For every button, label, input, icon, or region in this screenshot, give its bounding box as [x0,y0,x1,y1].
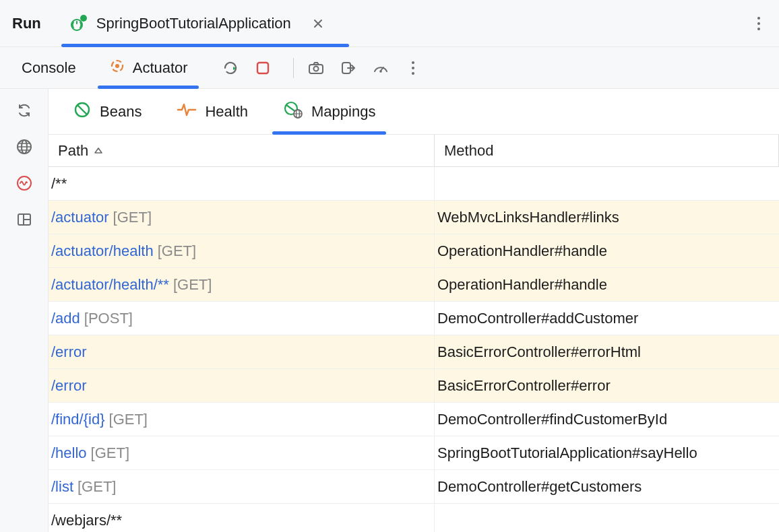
table-row[interactable]: /hello [GET]SpringBootTutorialApplicatio… [49,436,779,470]
path-link[interactable]: /actuator/health [51,242,154,260]
method-cell: SpringBootTutorialApplication#sayHello [435,436,779,469]
svg-point-2 [757,17,760,20]
table-row[interactable]: /webjars/** [49,504,779,532]
table-row[interactable]: /** [49,167,779,201]
path-cell: /find/{id} [GET] [49,403,435,436]
table-row[interactable]: /add [POST]DemoController#addCustomer [49,302,779,335]
table-row[interactable]: /errorBasicErrorController#error [49,369,779,403]
camera-icon[interactable] [307,59,325,77]
toolbar-divider [293,58,294,78]
toolbar: Console Actuator [0,47,779,89]
refresh-icon[interactable] [13,100,35,121]
body-area: Beans Health Mappings [0,89,779,532]
sidebar [0,89,49,532]
mappings-icon [283,100,303,123]
column-method[interactable]: Method [435,135,779,166]
run-config-icon [69,14,88,33]
layout-icon[interactable] [13,209,35,230]
method-cell: OperationHandler#handle [435,234,779,267]
run-config-tab[interactable]: SpringBootTutorialApplication [68,0,330,46]
svg-point-4 [757,28,760,30]
table-row[interactable]: /actuator/health/** [GET]OperationHandle… [49,268,779,302]
stop-icon[interactable] [254,59,272,77]
health-tab-label: Health [205,103,248,121]
path-link[interactable]: /list [51,478,73,496]
svg-rect-7 [257,63,268,73]
path-text: /webjars/** [51,512,122,529]
beans-tab-label: Beans [100,103,142,121]
content-area: Beans Health Mappings [49,89,779,532]
run-panel-label: Run [12,15,41,32]
path-cell: /actuator/health/** [GET] [49,268,435,301]
svg-point-12 [412,61,414,64]
svg-point-11 [379,70,382,73]
rerun-icon[interactable] [222,59,239,77]
table-row[interactable]: /errorBasicErrorController#errorHtml [49,335,779,369]
method-cell: DemoController#findCustomerById [435,403,779,436]
table-body: /**/actuator [GET]WebMvcLinksHandler#lin… [49,167,779,532]
gauge-icon[interactable] [372,59,390,77]
path-cell: /hello [GET] [49,436,435,469]
path-cell: /add [POST] [49,302,435,335]
table-row[interactable]: /find/{id} [GET]DemoController#findCusto… [49,403,779,436]
table-row[interactable]: /actuator/health [GET]OperationHandler#h… [49,234,779,268]
path-link[interactable]: /add [51,310,80,327]
health-tab[interactable]: Health [173,89,252,134]
path-text: /** [51,175,67,193]
method-cell: OperationHandler#handle [435,268,779,301]
path-link[interactable]: /find/{id} [51,411,105,428]
path-cell: /webjars/** [49,504,435,532]
top-bar: Run SpringBootTutorialApplication [0,0,779,47]
actuator-tab[interactable]: Actuator [102,47,195,88]
table-header: Path Method [49,135,779,167]
path-link[interactable]: /error [51,377,87,395]
method-cell: BasicErrorController#error [435,369,779,402]
method-cell: DemoController#getCustomers [435,470,779,503]
mappings-tab-label: Mappings [311,103,375,121]
method-cell: WebMvcLinksHandler#links [435,201,779,234]
sub-tabs: Beans Health Mappings [49,89,779,135]
path-cell: /** [49,167,435,200]
beans-icon [73,100,92,123]
path-link[interactable]: /actuator [51,209,109,226]
mappings-table: Path Method /**/actuator [GET]WebMvcLink… [49,135,779,532]
mappings-tab[interactable]: Mappings [279,89,379,134]
http-verb: [GET] [173,276,212,294]
path-cell: /error [49,335,435,368]
more-icon[interactable] [404,59,422,77]
table-row[interactable]: /list [GET]DemoController#getCustomers [49,470,779,504]
path-cell: /actuator/health [GET] [49,234,435,267]
column-path[interactable]: Path [49,135,435,166]
beans-tab[interactable]: Beans [69,89,146,134]
path-link[interactable]: /error [51,343,87,361]
http-verb: [GET] [158,242,196,260]
run-config-name: SpringBootTutorialApplication [96,15,291,32]
sort-asc-icon [94,146,103,156]
table-row[interactable]: /actuator [GET]WebMvcLinksHandler#links [49,201,779,234]
http-verb: [GET] [91,444,129,462]
http-verb: [GET] [113,209,152,226]
console-tab[interactable]: Console [15,47,83,88]
path-cell: /actuator [GET] [49,201,435,234]
svg-point-3 [757,22,760,25]
path-cell: /error [49,369,435,402]
method-cell: DemoController#addCustomer [435,302,779,335]
http-verb: [GET] [77,478,116,496]
column-path-label: Path [58,142,88,160]
method-cell: BasicErrorController#errorHtml [435,335,779,368]
metrics-icon[interactable] [13,172,35,194]
method-cell [435,167,779,200]
http-verb: [GET] [109,411,148,428]
svg-point-13 [412,67,414,69]
svg-point-1 [80,15,87,22]
more-menu-icon[interactable] [751,15,767,32]
svg-point-14 [412,72,414,75]
svg-point-9 [313,66,318,71]
path-cell: /list [GET] [49,470,435,503]
exit-icon[interactable] [340,59,357,77]
path-link[interactable]: /actuator/health/** [51,276,169,294]
path-link[interactable]: /hello [51,444,87,462]
globe-icon[interactable] [13,136,35,158]
close-icon[interactable] [311,17,325,30]
actuator-tab-label: Actuator [133,59,188,77]
